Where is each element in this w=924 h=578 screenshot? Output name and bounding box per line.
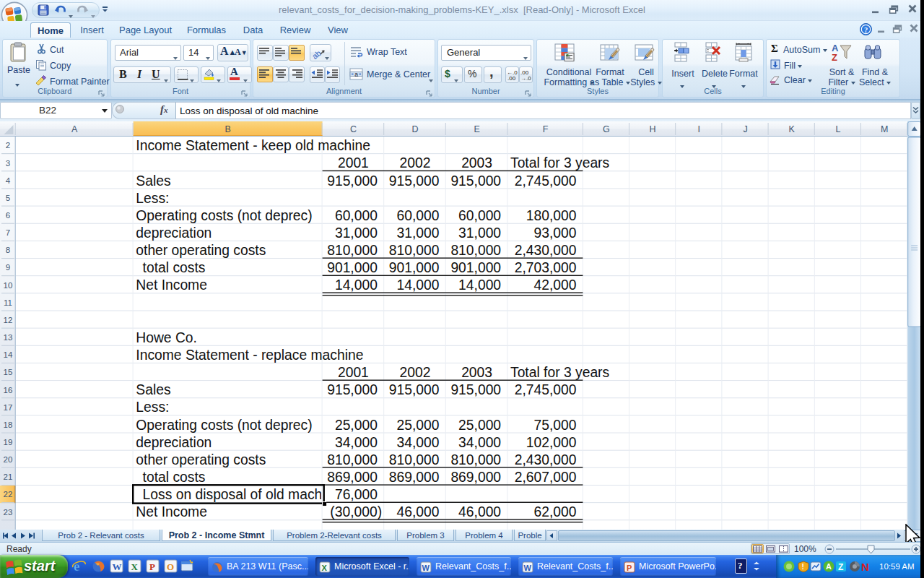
svg-text:13: 13	[4, 333, 13, 342]
svg-text:60,000: 60,000	[458, 208, 501, 223]
svg-text:→.0: →.0	[520, 75, 531, 82]
svg-text:Income Statement - replace mac: Income Statement - replace machine	[136, 348, 363, 363]
svg-text:25,000: 25,000	[335, 418, 378, 433]
svg-text:Operating costs (not deprec): Operating costs (not deprec)	[136, 208, 312, 223]
svg-text:810,000: 810,000	[450, 452, 501, 467]
svg-text:31,000: 31,000	[335, 225, 378, 241]
svg-text:Sales: Sales	[136, 382, 170, 397]
svg-text:X: X	[322, 564, 328, 572]
svg-text:Total for 3 years: Total for 3 years	[510, 155, 609, 171]
svg-text:a: a	[354, 71, 358, 78]
svg-text:P: P	[627, 564, 632, 572]
svg-text:2,607,000: 2,607,000	[515, 470, 577, 485]
svg-text:2,745,000: 2,745,000	[515, 382, 577, 397]
svg-text:F: F	[543, 124, 549, 134]
svg-text:N: N	[861, 561, 869, 572]
svg-text:total costs: total costs	[143, 470, 206, 485]
svg-text:869,000: 869,000	[389, 470, 440, 485]
svg-text:.00: .00	[507, 75, 516, 82]
svg-text:W: W	[524, 564, 532, 572]
svg-text:14,000: 14,000	[397, 277, 440, 293]
svg-text:2003: 2003	[461, 155, 492, 171]
svg-text:C: C	[350, 124, 357, 134]
svg-text:15: 15	[4, 368, 13, 376]
svg-text:depreciation: depreciation	[136, 435, 212, 450]
svg-text:total costs: total costs	[143, 260, 206, 275]
svg-text:J: J	[743, 124, 747, 134]
svg-text:2002: 2002	[400, 155, 431, 171]
svg-text:901,000: 901,000	[327, 260, 378, 275]
svg-text:915,000: 915,000	[389, 382, 440, 397]
svg-text:2001: 2001	[338, 365, 369, 380]
svg-text:915,000: 915,000	[327, 173, 378, 189]
svg-text:810,000: 810,000	[450, 243, 501, 258]
svg-text:K: K	[789, 124, 796, 134]
svg-text:93,000: 93,000	[534, 225, 577, 241]
svg-text:2,430,000: 2,430,000	[515, 452, 577, 467]
svg-text:20: 20	[4, 455, 13, 464]
svg-text:2,703,000: 2,703,000	[515, 260, 577, 275]
svg-text:62,000: 62,000	[534, 504, 577, 519]
svg-text:2001: 2001	[338, 155, 369, 171]
svg-text:31,000: 31,000	[458, 225, 501, 241]
svg-text:60,000: 60,000	[397, 208, 440, 223]
svg-text:34,000: 34,000	[335, 435, 378, 450]
svg-text:P: P	[149, 561, 155, 572]
svg-text:22: 22	[4, 490, 13, 499]
svg-text:12: 12	[4, 316, 13, 324]
svg-text:16: 16	[4, 386, 13, 394]
svg-text:915,000: 915,000	[450, 382, 501, 397]
svg-text:7: 7	[6, 228, 10, 237]
svg-text:2003: 2003	[461, 365, 492, 380]
svg-text:810,000: 810,000	[389, 452, 440, 467]
svg-text:31,000: 31,000	[397, 225, 440, 241]
svg-text:A: A	[826, 562, 832, 571]
svg-text:34,000: 34,000	[397, 435, 440, 450]
svg-text:(30,000): (30,000)	[330, 504, 382, 519]
svg-text:23: 23	[4, 508, 13, 517]
svg-text:810,000: 810,000	[389, 243, 440, 258]
svg-text:Less:: Less:	[136, 191, 169, 206]
svg-text:Loss on disposal of old machin: Loss on disposal of old machine	[143, 487, 341, 502]
svg-text:L: L	[835, 124, 840, 134]
svg-text:2002: 2002	[400, 365, 431, 380]
svg-text:G: G	[603, 124, 610, 134]
svg-text:Less:: Less:	[136, 400, 169, 415]
svg-text:17: 17	[4, 403, 13, 412]
svg-text:5: 5	[6, 194, 10, 202]
svg-text:14,000: 14,000	[335, 277, 378, 293]
svg-text:42,000: 42,000	[534, 277, 577, 293]
svg-text:14,000: 14,000	[458, 277, 501, 293]
svg-text:46,000: 46,000	[458, 504, 501, 519]
svg-text:2: 2	[6, 141, 10, 150]
svg-text:X: X	[131, 561, 139, 572]
svg-text:19: 19	[4, 438, 13, 447]
svg-text:other operating costs: other operating costs	[136, 243, 266, 258]
svg-text:depreciation: depreciation	[136, 225, 212, 241]
svg-text:9: 9	[6, 263, 10, 272]
svg-text:18: 18	[4, 420, 13, 429]
svg-text:60,000: 60,000	[335, 208, 378, 223]
svg-text:21: 21	[4, 473, 13, 481]
svg-text:H: H	[650, 124, 656, 134]
svg-text:Income Statement - keep old ma: Income Statement - keep old machine	[136, 138, 370, 153]
svg-text:Sales: Sales	[136, 173, 170, 189]
svg-text:D: D	[411, 124, 418, 134]
svg-text:25,000: 25,000	[397, 418, 440, 433]
svg-text:76,000: 76,000	[335, 487, 378, 502]
svg-text:Operating costs (not deprec): Operating costs (not deprec)	[136, 418, 312, 433]
svg-text:8: 8	[6, 246, 10, 254]
svg-text:M: M	[881, 124, 888, 134]
svg-text:915,000: 915,000	[389, 173, 440, 189]
svg-text:!: !	[802, 563, 804, 571]
svg-text:46,000: 46,000	[397, 504, 440, 519]
svg-text:810,000: 810,000	[327, 452, 378, 467]
svg-text:915,000: 915,000	[327, 382, 378, 397]
svg-text:25,000: 25,000	[458, 418, 501, 433]
svg-text:10: 10	[4, 281, 13, 290]
svg-text:O: O	[167, 561, 174, 572]
svg-text:34,000: 34,000	[458, 435, 501, 450]
svg-text:75,000: 75,000	[534, 418, 577, 433]
svg-text:14: 14	[4, 350, 13, 359]
svg-text:W: W	[113, 561, 122, 572]
